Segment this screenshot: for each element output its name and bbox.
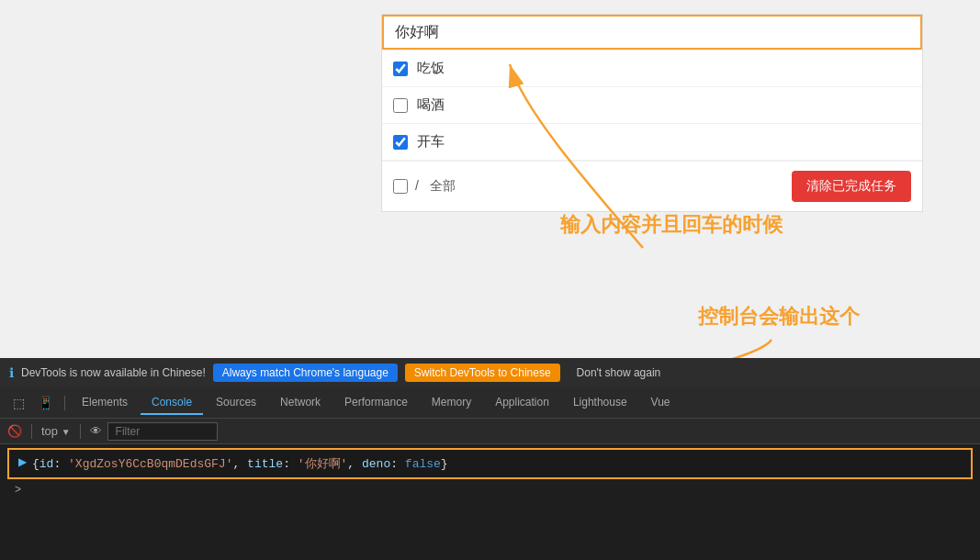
todo-label-1: 吃饭 [417, 60, 445, 77]
todo-item-2: 喝酒 [382, 87, 922, 124]
console-output-area: ▶ {id: 'XgdZosY6CcB0qmDEdsGFJ', title: '… [0, 444, 980, 560]
context-dropdown[interactable]: top ▼ [41, 424, 71, 438]
devtools-console-toolbar: 🚫 top ▼ 👁 [0, 419, 980, 444]
devtools-tabs-row: ⬚ 📱 Elements Console Sources Network Per… [0, 387, 980, 419]
todo-slash: / [415, 178, 419, 193]
match-language-button[interactable]: Always match Chrome's language [213, 364, 398, 382]
annotation-text-2: 控制台会输出这个 [698, 303, 860, 330]
tab-network[interactable]: Network [269, 391, 332, 415]
deno-value: false [405, 457, 441, 471]
todo-item-1: 吃饭 [382, 50, 922, 87]
top-label: top [41, 424, 58, 438]
tab-memory[interactable]: Memory [421, 391, 482, 415]
clear-completed-button[interactable]: 清除已完成任务 [792, 171, 911, 202]
todo-input[interactable] [384, 17, 920, 48]
devtools-notification-bar: ℹ DevTools is now available in Chinese! … [0, 358, 980, 387]
dont-show-button[interactable]: Don't show again [568, 364, 670, 382]
title-key: title [247, 457, 283, 471]
todo-checkbox-1[interactable] [393, 62, 408, 76]
id-value: 'XgdZosY6CcB0qmDEdsGFJ' [68, 457, 232, 471]
tab-sources[interactable]: Sources [205, 391, 267, 415]
todo-container: 吃饭 喝酒 开车 / 全部 清除已完成任务 [381, 14, 923, 212]
open-brace: { [32, 457, 39, 471]
id-key: id [39, 457, 54, 471]
eye-icon[interactable]: 👁 [90, 424, 102, 438]
todo-all-label: 全部 [430, 178, 456, 193]
todo-label-2: 喝酒 [417, 96, 445, 114]
tab-separator [64, 396, 65, 410]
info-icon: ℹ [9, 365, 14, 380]
inspect-element-button[interactable]: ⬚ [7, 392, 30, 414]
tab-application[interactable]: Application [484, 391, 560, 415]
console-expand-arrow[interactable]: ▶ [18, 455, 27, 468]
comma2: , [347, 457, 355, 471]
colon2: : [283, 457, 290, 471]
dropdown-arrow-icon: ▼ [62, 427, 71, 437]
console-prompt-icon[interactable]: > [15, 483, 21, 496]
todo-input-row [382, 15, 922, 50]
colon1: : [53, 457, 61, 471]
deno-key: deno [362, 457, 390, 471]
switch-devtools-button[interactable]: Switch DevTools to Chinese [405, 364, 560, 382]
console-prompt-row: > [7, 479, 973, 499]
colon3: : [390, 457, 398, 471]
tab-vue[interactable]: Vue [640, 391, 681, 415]
todo-item-3: 开车 [382, 124, 922, 161]
todo-items: 吃饭 喝酒 开车 [382, 50, 922, 161]
close-brace: } [441, 457, 448, 471]
console-filter-input[interactable] [107, 422, 218, 441]
todo-checkbox-3[interactable] [393, 135, 408, 150]
tab-lighthouse[interactable]: Lighthouse [562, 391, 638, 415]
todo-checkbox-2[interactable] [393, 98, 408, 113]
tab-console[interactable]: Console [141, 391, 203, 415]
clear-console-icon[interactable]: 🚫 [7, 424, 22, 438]
tab-performance[interactable]: Performance [333, 391, 419, 415]
todo-all-checkbox[interactable] [393, 179, 408, 194]
annotation-text-1: 输入内容并且回车的时候 [560, 211, 783, 239]
todo-label-3: 开车 [417, 133, 445, 151]
device-mode-button[interactable]: 📱 [32, 392, 59, 414]
todo-footer-label: / 全部 [415, 178, 456, 195]
console-log-entry: ▶ {id: 'XgdZosY6CcB0qmDEdsGFJ', title: '… [7, 448, 973, 479]
main-area: 吃饭 喝酒 开车 / 全部 清除已完成任务 输入内容并且回车的时候 控制台会输出… [0, 0, 980, 358]
todo-footer: / 全部 清除已完成任务 [382, 161, 922, 211]
title-value: '你好啊' [298, 457, 348, 471]
notification-text: DevTools is now available in Chinese! [21, 366, 206, 379]
comma1: , [232, 457, 240, 471]
tab-elements[interactable]: Elements [71, 391, 139, 415]
console-log-text: {id: 'XgdZosY6CcB0qmDEdsGFJ', title: '你好… [32, 455, 448, 472]
toolbar-sep1 [31, 424, 32, 439]
toolbar-sep2 [80, 424, 81, 439]
devtools-panel: ℹ DevTools is now available in Chinese! … [0, 358, 980, 560]
